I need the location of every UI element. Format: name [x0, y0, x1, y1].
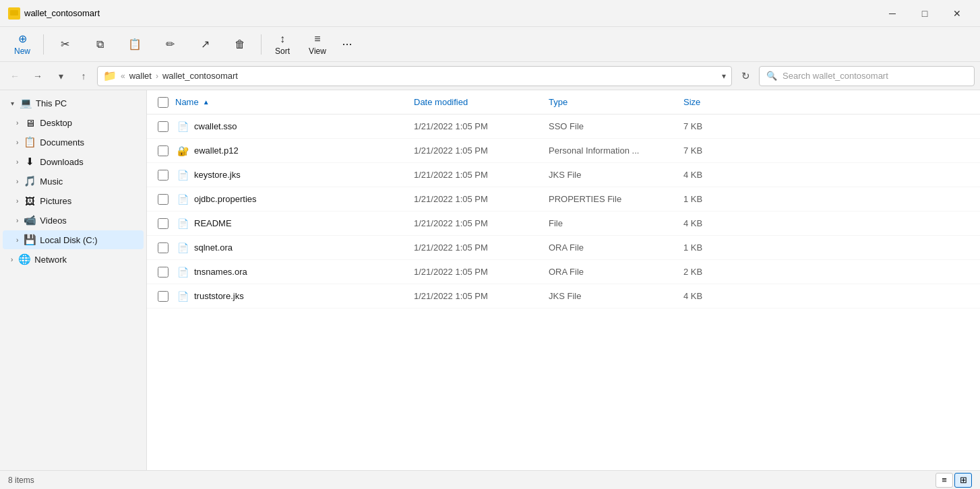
new-button[interactable]: ⊕ New [5, 30, 39, 59]
file-date-cell: 1/21/2022 1:05 PM [414, 218, 549, 228]
local-disk-icon: 💾 [24, 234, 36, 246]
file-checkbox-1[interactable] [158, 145, 169, 156]
new-icon: ⊕ [18, 32, 27, 45]
file-name-cell: 📄 README [158, 218, 414, 230]
copy-button[interactable]: ⧉ [83, 30, 117, 59]
file-checkbox-2[interactable] [158, 170, 169, 181]
desktop-icon: 🖥 [24, 117, 36, 129]
sidebar-item-pictures[interactable]: › 🖼 Pictures [3, 191, 144, 210]
file-type-cell: PROPERTIES File [549, 194, 683, 204]
more-options-button[interactable]: ··· [336, 30, 359, 59]
sidebar-item-this-pc[interactable]: ▾ 💻 This PC [3, 94, 144, 112]
file-name: sqlnet.ora [194, 242, 233, 253]
file-name-cell: 📄 tnsnames.ora [158, 266, 414, 278]
address-prefix: « [121, 71, 125, 81]
file-checkbox-7[interactable] [158, 291, 169, 302]
tiles-view-button[interactable]: ⊞ [954, 473, 972, 488]
address-dropdown-icon[interactable]: ▾ [722, 71, 726, 81]
file-checkbox-4[interactable] [158, 218, 169, 229]
new-label: New [14, 46, 30, 56]
sidebar-item-desktop[interactable]: › 🖥 Desktop [3, 113, 144, 132]
title-bar-controls: ─ □ ✕ [878, 4, 972, 23]
music-icon: 🎵 [24, 175, 36, 187]
file-name: truststore.jks [194, 291, 244, 301]
refresh-button[interactable]: ↻ [736, 67, 755, 86]
file-name: ewallet.p12 [194, 145, 239, 156]
sidebar-item-documents[interactable]: › 📋 Documents [3, 133, 144, 152]
close-button[interactable]: ✕ [942, 4, 972, 23]
minimize-button[interactable]: ─ [878, 4, 907, 23]
share-button[interactable]: ↗ [188, 30, 222, 59]
file-type-icon: 🔐 [177, 145, 189, 157]
cut-icon: ✂ [61, 38, 69, 51]
copy-icon: ⧉ [96, 38, 104, 51]
file-type-cell: ORA File [549, 267, 683, 277]
view-label: View [309, 46, 326, 56]
paste-button[interactable]: 📋 [118, 30, 152, 59]
view-toggles: ≡ ⊞ [936, 473, 972, 488]
file-header: Name ▲ Date modified Type Size [147, 90, 980, 115]
title-bar-left: wallet_contosomart [8, 7, 100, 20]
sidebar-item-downloads[interactable]: › ⬇ Downloads [3, 152, 144, 171]
table-row[interactable]: 📄 tnsnames.ora 1/21/2022 1:05 PM ORA Fil… [147, 260, 980, 284]
file-name-cell: 📄 truststore.jks [158, 290, 414, 302]
view-icon: ≡ [314, 33, 320, 45]
sort-label: Sort [275, 46, 290, 56]
address-folder1: wallet [129, 71, 152, 81]
table-row[interactable]: 📄 sqlnet.ora 1/21/2022 1:05 PM ORA File … [147, 236, 980, 260]
details-view-button[interactable]: ≡ [936, 473, 953, 488]
col-date-header[interactable]: Date modified [414, 97, 549, 107]
file-checkbox-0[interactable] [158, 121, 169, 132]
sidebar-item-videos[interactable]: › 📹 Videos [3, 211, 144, 230]
recent-locations-button[interactable]: ▾ [51, 67, 70, 86]
file-checkbox-3[interactable] [158, 194, 169, 205]
up-button[interactable]: ↑ [74, 67, 93, 86]
select-all-checkbox[interactable] [158, 97, 169, 108]
col-name-label: Name [175, 97, 199, 107]
sort-button[interactable]: ↕ Sort [266, 30, 299, 59]
address-separator: › [156, 71, 158, 81]
maximize-button[interactable]: □ [910, 4, 940, 23]
main-content: ▾ 💻 This PC › 🖥 Desktop › 📋 Documents › … [0, 90, 980, 470]
file-name: keystore.jks [194, 170, 241, 180]
address-bar[interactable]: 📁 « wallet › wallet_contosomart ▾ [97, 66, 732, 86]
search-icon: 🔍 [766, 71, 777, 81]
col-name-header[interactable]: Name ▲ [158, 97, 414, 108]
file-date-cell: 1/21/2022 1:05 PM [414, 121, 549, 131]
delete-button[interactable]: 🗑 [223, 30, 257, 59]
rename-button[interactable]: ✏ [153, 30, 187, 59]
sort-ascending-icon: ▲ [203, 98, 210, 106]
sidebar-item-local-disk[interactable]: › 💾 Local Disk (C:) [3, 230, 144, 249]
file-name-cell: 📄 keystore.jks [158, 169, 414, 181]
toolbar: ⊕ New ✂ ⧉ 📋 ✏ ↗ 🗑 ↕ Sort ≡ View ··· [0, 27, 980, 62]
back-button[interactable]: ← [5, 67, 24, 86]
table-row[interactable]: 📄 keystore.jks 1/21/2022 1:05 PM JKS Fil… [147, 163, 980, 187]
col-size-header[interactable]: Size [683, 97, 969, 107]
sidebar-item-music[interactable]: › 🎵 Music [3, 172, 144, 191]
file-type-icon: 📄 [177, 193, 189, 205]
file-type-cell: SSO File [549, 121, 683, 131]
view-button[interactable]: ≡ View [301, 30, 334, 59]
file-checkbox-6[interactable] [158, 267, 169, 278]
table-row[interactable]: 📄 truststore.jks 1/21/2022 1:05 PM JKS F… [147, 284, 980, 308]
table-row[interactable]: 📄 cwallet.sso 1/21/2022 1:05 PM SSO File… [147, 115, 980, 139]
search-bar[interactable]: 🔍 Search wallet_contosomart [759, 66, 975, 86]
col-date-label: Date modified [414, 97, 468, 107]
chevron-icon: › [11, 256, 13, 263]
file-name: tnsnames.ora [194, 267, 247, 277]
cut-button[interactable]: ✂ [48, 30, 82, 59]
item-count: 8 items [8, 476, 34, 485]
downloads-icon: ⬇ [24, 156, 36, 168]
file-date-cell: 1/21/2022 1:05 PM [414, 291, 549, 301]
pictures-icon: 🖼 [24, 195, 36, 207]
status-bar: 8 items ≡ ⊞ [0, 470, 980, 489]
col-type-header[interactable]: Type [549, 97, 683, 107]
chevron-icon: › [16, 178, 18, 185]
table-row[interactable]: 📄 ojdbc.properties 1/21/2022 1:05 PM PRO… [147, 187, 980, 211]
table-row[interactable]: 🔐 ewallet.p12 1/21/2022 1:05 PM Personal… [147, 139, 980, 163]
table-row[interactable]: 📄 README 1/21/2022 1:05 PM File 4 KB [147, 211, 980, 236]
file-checkbox-5[interactable] [158, 242, 169, 253]
file-name-cell: 📄 cwallet.sso [158, 121, 414, 133]
forward-button[interactable]: → [28, 67, 47, 86]
sidebar-item-network[interactable]: › 🌐 Network [3, 250, 144, 269]
